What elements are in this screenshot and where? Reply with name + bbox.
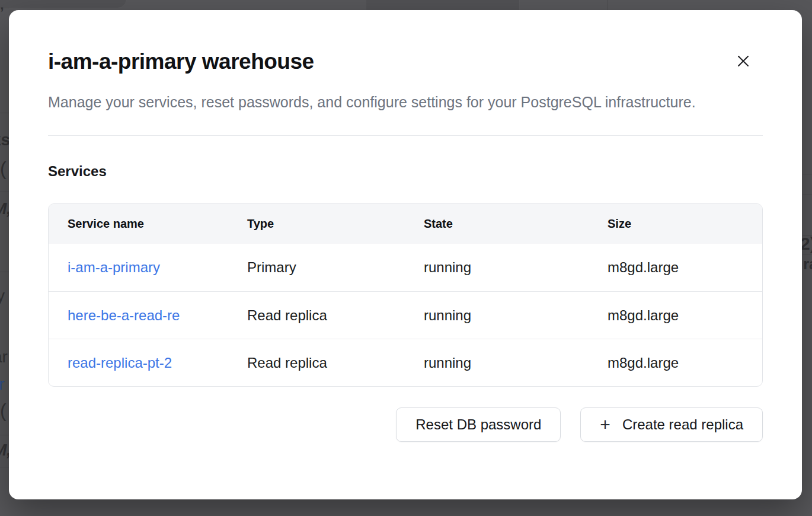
background-text-fragment: ( xyxy=(0,159,7,178)
service-type: Primary xyxy=(228,259,405,276)
service-size: m8gd.large xyxy=(589,307,762,324)
service-name-link[interactable]: read-replica-pt-2 xyxy=(68,355,172,371)
service-size: m8gd.large xyxy=(589,259,762,276)
background-link-fragment: ir xyxy=(0,376,5,393)
background-button-shape xyxy=(0,0,127,8)
background-text-fragment: ra xyxy=(803,256,812,272)
dialog-description: Manage your services, reset passwords, a… xyxy=(48,90,730,115)
table-row: i-am-a-primary Primary running m8gd.larg… xyxy=(49,244,762,291)
column-header-service-name: Service name xyxy=(49,217,228,231)
service-name-link[interactable]: here-be-a-read-re xyxy=(68,307,180,323)
background-divider xyxy=(0,272,9,272)
services-table: Service name Type State Size i-am-a-prim… xyxy=(48,203,763,387)
background-text-fragment: y xyxy=(0,288,5,304)
service-state: running xyxy=(405,355,589,371)
create-read-replica-label: Create read replica xyxy=(622,416,743,433)
column-header-size: Size xyxy=(589,217,762,231)
close-icon xyxy=(736,54,750,70)
services-heading: Services xyxy=(48,163,763,180)
table-row: here-be-a-read-re Read replica running m… xyxy=(49,291,762,339)
column-header-type: Type xyxy=(228,217,405,231)
plus-icon: + xyxy=(600,416,610,434)
service-type: Read replica xyxy=(228,307,405,324)
background-divider xyxy=(803,195,812,195)
background-divider xyxy=(0,435,9,435)
background-text-fragment: ( xyxy=(0,401,7,420)
table-header-row: Service name Type State Size xyxy=(49,204,762,244)
service-name-link[interactable]: i-am-a-primary xyxy=(68,259,160,275)
service-state: running xyxy=(405,259,589,276)
dialog-title: i-am-a-primary warehouse xyxy=(48,49,763,74)
background-divider xyxy=(0,192,9,192)
reset-db-password-label: Reset DB password xyxy=(415,416,541,433)
create-read-replica-button[interactable]: + Create read replica xyxy=(580,407,763,442)
background-divider xyxy=(803,174,812,174)
reset-db-password-button[interactable]: Reset DB password xyxy=(396,407,561,442)
warehouse-dialog: i-am-a-primary warehouse Manage your ser… xyxy=(9,10,802,499)
column-header-state: State xyxy=(405,217,589,231)
background-divider xyxy=(0,113,9,113)
dialog-actions: Reset DB password + Create read replica xyxy=(48,407,763,442)
screen: { "modal": { "title": "i-am-a-primary wa… xyxy=(0,0,812,516)
service-state: running xyxy=(405,307,589,324)
service-type: Read replica xyxy=(228,355,405,371)
background-text-fragment: 2) xyxy=(800,235,812,253)
background-text-fragment: ar xyxy=(0,349,8,365)
close-button[interactable] xyxy=(734,53,752,71)
background-text-fragment: , xyxy=(0,0,4,12)
divider xyxy=(48,135,763,136)
background-divider xyxy=(0,467,9,467)
table-row: read-replica-pt-2 Read replica running m… xyxy=(49,339,762,386)
service-size: m8gd.large xyxy=(589,355,762,371)
background-divider xyxy=(803,254,812,254)
